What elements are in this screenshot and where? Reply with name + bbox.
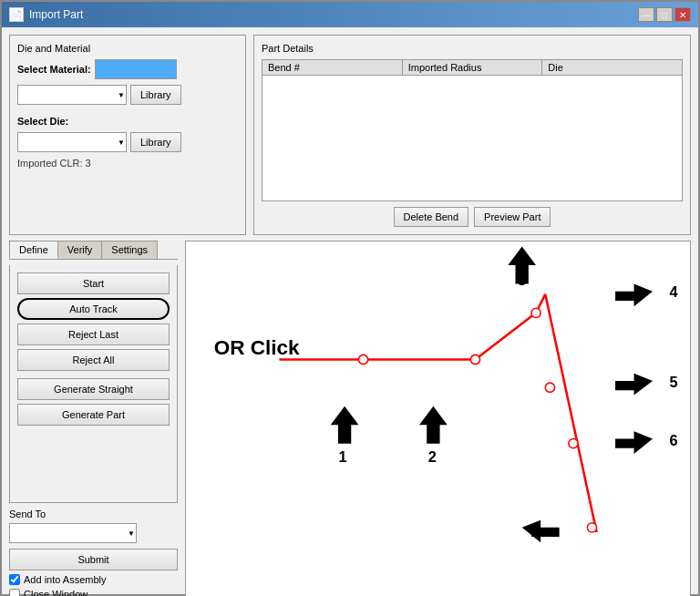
title-bar-buttons: — □ ✕: [638, 7, 691, 22]
tabs: Define Verify Settings: [9, 241, 178, 260]
add-assembly-checkbox[interactable]: [9, 574, 20, 585]
maximize-button[interactable]: □: [656, 7, 673, 22]
add-assembly-row: Add into Assembly: [9, 574, 178, 585]
svg-point-8: [545, 383, 554, 392]
part-details-panel: Part Details Bend # Imported Radius Die …: [253, 35, 691, 235]
canvas-area[interactable]: OR Click: [185, 241, 691, 596]
reject-last-button[interactable]: Reject Last: [17, 324, 170, 345]
svg-text:6: 6: [669, 432, 677, 448]
die-select-wrapper: ▼: [17, 132, 127, 152]
delete-bend-button[interactable]: Delete Bend: [394, 207, 469, 227]
tab-verify[interactable]: Verify: [57, 241, 103, 259]
auto-track-button[interactable]: Auto Track: [17, 298, 170, 320]
generate-straight-button[interactable]: Generate Straight: [17, 378, 170, 400]
main-content: Die and Material Select Material: ▼ Libr…: [2, 27, 698, 596]
die-material-panel: Die and Material Select Material: ▼ Libr…: [9, 35, 246, 235]
title-bar-left: 📄 Import Part: [9, 7, 83, 22]
die-library-button[interactable]: Library: [130, 132, 181, 152]
svg-text:4: 4: [669, 283, 678, 300]
die-material-title: Die and Material: [17, 43, 238, 54]
svg-point-6: [470, 355, 479, 364]
svg-point-10: [587, 523, 596, 532]
top-section: Die and Material Select Material: ▼ Libr…: [9, 35, 691, 235]
add-assembly-label: Add into Assembly: [24, 574, 107, 585]
tab-settings[interactable]: Settings: [101, 241, 158, 259]
left-panel: Define Verify Settings Start Auto Track …: [9, 241, 178, 596]
minimize-button[interactable]: —: [638, 7, 654, 22]
material-select[interactable]: [17, 85, 127, 105]
select-material-row: Select Material:: [17, 59, 238, 79]
material-dropdown-row: ▼ Library: [17, 85, 238, 105]
table-actions: Delete Bend Preview Part: [262, 207, 683, 227]
svg-line-2: [475, 313, 536, 359]
svg-text:OR Click: OR Click: [214, 336, 300, 359]
send-to-section: Send To ▼ Submit Add into Assembly: [9, 509, 178, 596]
svg-marker-21: [615, 431, 653, 454]
svg-marker-11: [331, 406, 359, 444]
title-bar: 📄 Import Part — □ ✕: [2, 2, 698, 27]
send-to-select-wrapper: ▼: [9, 523, 137, 543]
die-select[interactable]: [17, 132, 127, 152]
svg-marker-23: [522, 520, 560, 543]
window-icon: 📄: [9, 7, 24, 22]
canvas-svg: OR Click: [186, 241, 690, 596]
die-dropdown-row: ▼ Library: [17, 132, 238, 152]
svg-text:7: 7: [530, 523, 538, 539]
col-die: Die: [542, 60, 682, 75]
svg-point-9: [569, 439, 578, 448]
svg-marker-13: [419, 406, 448, 444]
part-details-title: Part Details: [262, 43, 683, 54]
start-button[interactable]: Start: [17, 272, 170, 294]
material-select-wrapper: ▼: [17, 85, 127, 105]
part-details-table-body: [262, 76, 683, 201]
material-color-swatch: [95, 59, 177, 79]
select-die-label: Select Die:: [17, 116, 90, 127]
svg-marker-17: [615, 284, 653, 307]
preview-part-button[interactable]: Preview Part: [474, 207, 551, 227]
send-to-label: Send To: [9, 509, 178, 519]
svg-text:3: 3: [518, 272, 526, 288]
svg-point-5: [358, 355, 367, 364]
col-bend-num: Bend #: [262, 60, 403, 75]
svg-text:1: 1: [338, 448, 346, 465]
close-button[interactable]: ✕: [674, 7, 691, 22]
svg-marker-19: [615, 374, 653, 396]
select-die-row: Select Die:: [17, 116, 238, 127]
generate-section: Generate Straight Generate Part: [17, 378, 170, 426]
tab-content: Start Auto Track Reject Last Reject All …: [9, 265, 178, 503]
imported-clr-label: Imported CLR: 3: [17, 158, 238, 169]
generate-part-button[interactable]: Generate Part: [17, 404, 170, 426]
svg-point-7: [531, 308, 540, 317]
select-material-label: Select Material:: [17, 64, 91, 75]
svg-line-4: [545, 294, 596, 532]
submit-button[interactable]: Submit: [9, 549, 178, 570]
svg-text:5: 5: [669, 374, 677, 390]
main-window: 📄 Import Part — □ ✕ Die and Material Sel…: [0, 0, 700, 596]
bottom-controls: Submit Add into Assembly Close Window: [9, 549, 178, 596]
send-to-row: ▼: [9, 523, 178, 543]
bottom-section: Define Verify Settings Start Auto Track …: [9, 241, 691, 596]
svg-text:2: 2: [428, 448, 437, 465]
part-details-table-header: Bend # Imported Radius Die: [262, 59, 683, 76]
window-title: Import Part: [29, 8, 83, 21]
reject-all-button[interactable]: Reject All: [17, 349, 170, 371]
tab-define[interactable]: Define: [9, 241, 58, 259]
send-to-select[interactable]: [9, 523, 137, 543]
close-window-checkbox[interactable]: [9, 589, 20, 596]
track-buttons: Start Auto Track Reject Last Reject All: [17, 272, 170, 371]
material-library-button[interactable]: Library: [130, 85, 181, 105]
close-window-row: Close Window: [9, 589, 178, 596]
col-imported-radius: Imported Radius: [403, 60, 543, 75]
close-window-label: Close Window: [24, 589, 88, 596]
